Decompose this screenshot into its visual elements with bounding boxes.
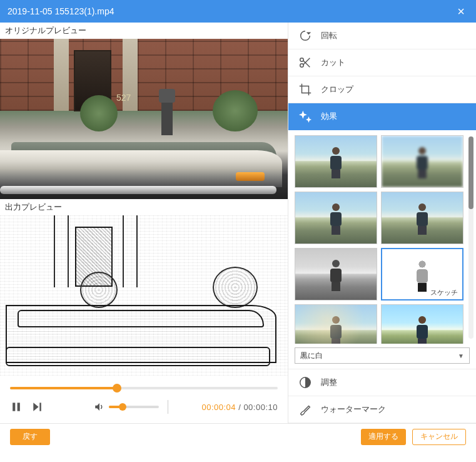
svg-marker-2 <box>33 403 38 411</box>
effect-label: スケッチ <box>428 287 460 298</box>
dropdown-value: 黒に白 <box>300 351 323 361</box>
original-preview: 527 <box>0 39 288 199</box>
close-icon[interactable]: × <box>453 4 468 19</box>
volume-icon[interactable] <box>94 401 105 413</box>
effect-thumb[interactable] <box>381 192 463 244</box>
original-preview-label: オリジナルプレビュー <box>0 23 288 39</box>
tool-effects[interactable]: 効果 <box>288 103 476 130</box>
svg-marker-5 <box>306 33 311 35</box>
tool-label: クロップ <box>321 84 353 95</box>
preview-column: オリジナルプレビュー 527 出力プレビュー <box>0 23 288 423</box>
effect-thumb[interactable] <box>381 304 463 344</box>
crop-icon <box>298 83 312 96</box>
player-bar: 00:00:04 / 00:00:10 <box>0 376 288 423</box>
footer-bar: 戻す 適用する キャンセル <box>0 423 476 449</box>
chevron-down-icon: ▼ <box>458 352 464 359</box>
seek-slider[interactable] <box>10 382 278 394</box>
tool-label: カット <box>321 57 345 68</box>
tool-label: ウォーターマーク <box>321 404 386 415</box>
effect-thumb[interactable] <box>295 192 377 244</box>
rotate-icon <box>298 29 312 43</box>
effects-panel: スケッチ 黒に白 ▼ <box>288 130 476 369</box>
time-total: 00:00:10 <box>243 403 278 412</box>
svg-rect-1 <box>18 403 20 411</box>
house-number: 527 <box>116 93 131 103</box>
effect-thumb[interactable] <box>295 304 377 344</box>
svg-rect-3 <box>39 403 41 411</box>
time-display: 00:00:04 / 00:00:10 <box>201 403 278 412</box>
effect-variant-dropdown[interactable]: 黒に白 ▼ <box>295 347 470 364</box>
tool-crop[interactable]: クロップ <box>288 76 476 103</box>
effect-thumb[interactable] <box>295 248 377 300</box>
svg-marker-10 <box>299 111 307 119</box>
output-preview-label: 出力プレビュー <box>0 199 288 215</box>
adjust-icon <box>298 376 312 389</box>
svg-marker-4 <box>95 403 99 411</box>
tool-label: 効果 <box>321 111 337 122</box>
effect-thumb-selected[interactable]: スケッチ <box>381 248 463 300</box>
output-preview <box>0 215 288 376</box>
tool-label: 調整 <box>321 377 337 388</box>
svg-rect-0 <box>13 403 15 411</box>
reset-button[interactable]: 戻す <box>10 429 50 445</box>
sparkle-icon <box>298 110 312 123</box>
window-title: 2019-11-05 155123(1).mp4 <box>8 6 114 16</box>
next-frame-icon[interactable] <box>31 401 44 413</box>
tool-label: 回転 <box>321 30 337 41</box>
volume-control <box>94 400 173 414</box>
scissors-icon <box>298 56 312 69</box>
effects-scrollbar[interactable] <box>468 136 473 339</box>
tool-cut[interactable]: カット <box>288 49 476 76</box>
volume-slider[interactable] <box>109 403 159 411</box>
tool-adjust[interactable]: 調整 <box>288 369 476 396</box>
tool-watermark[interactable]: ウォーターマーク <box>288 396 476 423</box>
tool-rotate[interactable]: 回転 <box>288 23 476 49</box>
titlebar: 2019-11-05 155123(1).mp4 × <box>0 0 476 23</box>
svg-marker-11 <box>306 116 311 123</box>
brush-icon <box>298 403 312 416</box>
cancel-button[interactable]: キャンセル <box>412 429 466 445</box>
pause-icon[interactable] <box>10 401 23 413</box>
tool-panel: 回転 カット クロップ <box>288 23 476 423</box>
apply-button[interactable]: 適用する <box>361 429 406 445</box>
effect-thumb[interactable] <box>381 135 463 188</box>
time-current: 00:00:04 <box>201 403 236 412</box>
effect-thumb[interactable] <box>295 135 377 188</box>
